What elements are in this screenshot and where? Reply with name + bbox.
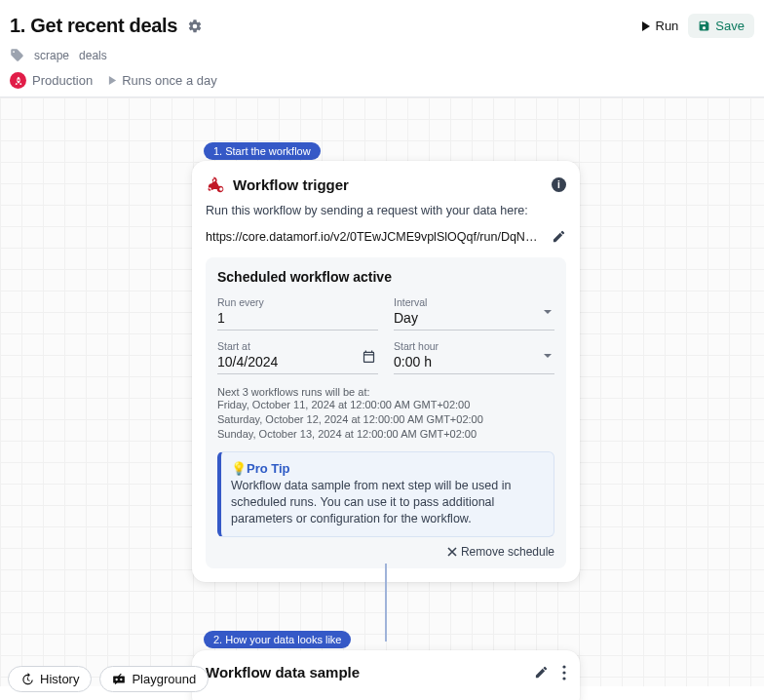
next-run-3: Sunday, October 13, 2024 at 12:00:00 AM … bbox=[217, 427, 554, 442]
next-runs-header: Next 3 workflows runs will be at: bbox=[217, 386, 554, 398]
history-button[interactable]: History bbox=[8, 666, 92, 692]
edit-sample-icon[interactable] bbox=[534, 665, 549, 680]
svg-point-2 bbox=[562, 677, 565, 680]
trigger-url[interactable]: https://core.datamorf.io/v2/0TEwJCME9vpl… bbox=[206, 230, 540, 244]
next-run-2: Saturday, October 12, 2024 at 12:00:00 A… bbox=[217, 412, 554, 427]
chevron-down-icon bbox=[543, 351, 553, 361]
history-label: History bbox=[40, 672, 79, 686]
workflow-trigger-card: Workflow trigger i Run this workflow by … bbox=[192, 161, 580, 582]
run-button[interactable]: Run bbox=[641, 19, 679, 33]
start-hour-field[interactable]: Start hour 0:00 h bbox=[394, 338, 554, 374]
svg-point-1 bbox=[562, 671, 565, 674]
schedule-summary: Runs once a day bbox=[108, 73, 217, 88]
calendar-icon bbox=[362, 349, 376, 364]
interval-value: Day bbox=[394, 308, 554, 326]
run-every-field[interactable]: Run every 1 bbox=[217, 294, 378, 331]
bottom-bar: History Playground bbox=[8, 666, 209, 692]
start-at-field[interactable]: Start at 10/4/2024 bbox=[217, 338, 378, 374]
tag-scrape[interactable]: scrape bbox=[34, 49, 69, 62]
more-icon[interactable] bbox=[562, 665, 566, 681]
playground-icon bbox=[112, 673, 126, 686]
run-label: Run bbox=[656, 19, 679, 33]
run-every-label: Run every bbox=[217, 296, 378, 308]
info-icon[interactable]: i bbox=[552, 177, 566, 192]
start-hour-value: 0:00 h bbox=[394, 352, 554, 369]
pro-tip-title: 💡Pro Tip bbox=[231, 461, 544, 476]
workflow-canvas[interactable]: 1. Start the workflow Workflow trigger i… bbox=[0, 97, 764, 686]
webhook-icon bbox=[206, 175, 225, 194]
environment-label: Production bbox=[32, 73, 93, 88]
header-meta-row: Production Runs once a day bbox=[10, 72, 754, 89]
play-icon bbox=[641, 21, 651, 31]
history-icon bbox=[20, 673, 34, 686]
schedule-box: Scheduled workflow active Run every 1 In… bbox=[206, 257, 566, 568]
pro-tip-text: Workflow data sample from next step will… bbox=[231, 478, 544, 528]
data-sample-card: Workflow data sample bbox=[192, 650, 580, 700]
schedule-summary-text: Runs once a day bbox=[122, 73, 217, 88]
interval-field[interactable]: Interval Day bbox=[394, 294, 554, 331]
header-title-row: 1. Get recent deals Run Save bbox=[10, 14, 754, 38]
chevron-down-icon bbox=[543, 307, 553, 317]
tag-icon bbox=[10, 48, 24, 62]
save-button[interactable]: Save bbox=[688, 14, 754, 38]
page-title: 1. Get recent deals bbox=[10, 15, 177, 37]
environment-badge[interactable]: Production bbox=[10, 72, 93, 89]
sample-title: Workflow data sample bbox=[206, 664, 360, 681]
close-icon bbox=[447, 547, 457, 557]
edit-url-icon[interactable] bbox=[552, 229, 566, 244]
header-actions: Run Save bbox=[641, 14, 755, 38]
step-badge-2: 2. How your data looks like bbox=[204, 631, 351, 648]
interval-label: Interval bbox=[394, 296, 554, 308]
start-hour-label: Start hour bbox=[394, 340, 554, 352]
schedule-title: Scheduled workflow active bbox=[217, 269, 554, 285]
playground-label: Playground bbox=[132, 672, 196, 686]
workflow-header: 1. Get recent deals Run Save scrape deal… bbox=[0, 0, 764, 97]
play-icon bbox=[108, 76, 117, 85]
start-at-label: Start at bbox=[217, 340, 378, 352]
next-run-1: Friday, October 11, 2024 at 12:00:00 AM … bbox=[217, 398, 554, 412]
settings-icon[interactable] bbox=[187, 19, 203, 34]
tag-deals[interactable]: deals bbox=[79, 49, 107, 62]
start-at-value: 10/4/2024 bbox=[217, 352, 378, 369]
trigger-title: Workflow trigger bbox=[233, 176, 349, 193]
pro-tip-box: 💡Pro Tip Workflow data sample from next … bbox=[217, 451, 554, 538]
remove-schedule-label: Remove schedule bbox=[461, 545, 554, 559]
save-label: Save bbox=[715, 19, 745, 33]
step-badge-1: 1. Start the workflow bbox=[204, 142, 321, 160]
remove-schedule-button[interactable]: Remove schedule bbox=[217, 545, 554, 559]
run-every-value: 1 bbox=[217, 308, 378, 326]
playground-button[interactable]: Playground bbox=[99, 666, 209, 692]
node-connector bbox=[385, 564, 387, 642]
header-tags-row: scrape deals bbox=[10, 48, 754, 62]
trigger-description: Run this workflow by sending a request w… bbox=[206, 204, 566, 217]
svg-point-0 bbox=[562, 665, 565, 668]
trigger-url-row: https://core.datamorf.io/v2/0TEwJCME9vpl… bbox=[206, 229, 566, 244]
rocket-icon bbox=[10, 72, 26, 89]
trigger-card-head: Workflow trigger i bbox=[206, 175, 566, 194]
save-icon bbox=[698, 19, 710, 32]
